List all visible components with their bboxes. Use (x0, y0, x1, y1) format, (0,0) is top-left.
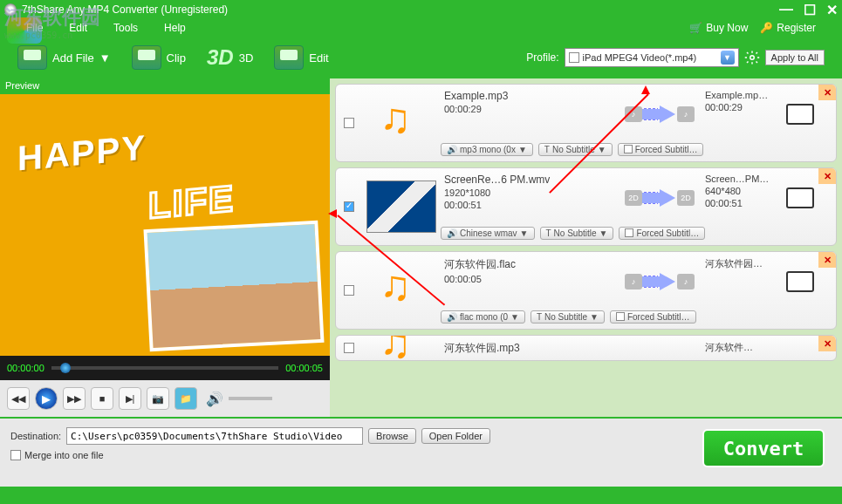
merge-checkbox[interactable] (10, 450, 21, 460)
play-button[interactable]: ▶ (35, 387, 58, 410)
file-row[interactable]: Example.mp3 00:00:29 ♪ ♪ Example.mp… 00:… (335, 84, 837, 162)
convert-button[interactable]: Convert (702, 429, 825, 467)
output-name: 河东软件… (705, 341, 780, 354)
output-duration: 00:00:29 (705, 102, 780, 112)
file-list: Example.mp3 00:00:29 ♪ ♪ Example.mp… 00:… (330, 78, 842, 417)
menu-tools[interactable]: Tools (113, 22, 138, 34)
device-icon (786, 104, 814, 125)
file-name: ScreenRe…6 PM.wmv (444, 174, 613, 186)
audio-track-dropdown[interactable]: 🔊flac mono (0▼ (441, 310, 525, 324)
video-thumb (366, 180, 436, 233)
settings-icon[interactable] (744, 50, 760, 65)
file-row[interactable]: 河东软件园.flac 00:00:05 ♪ ♪ 河东软件园… ✕ 🔊flac m… (335, 251, 837, 330)
file-duration: 00:00:05 (444, 274, 613, 284)
time-current: 00:00:00 (7, 363, 44, 373)
close-button[interactable]: ✕ (826, 2, 838, 18)
app-icon (4, 3, 17, 16)
profile-label: Profile: (526, 51, 558, 64)
add-file-button[interactable]: Add File ▼ (17, 45, 111, 70)
file-row[interactable]: 河东软件园.mp3 河东软件… ✕ (335, 335, 837, 361)
device-icon (786, 271, 814, 292)
file-row[interactable]: ScreenRe…6 PM.wmv 1920*1080 00:00:51 2D … (335, 167, 837, 246)
film-edit-icon (274, 45, 304, 70)
prev-button[interactable]: ◀◀ (7, 387, 30, 410)
profile-thumb-icon (569, 52, 579, 63)
file-name: Example.mp3 (444, 90, 613, 102)
remove-file-button[interactable]: ✕ (818, 168, 836, 184)
minimize-button[interactable]: — (779, 2, 793, 18)
snapshot-button[interactable]: 📷 (147, 387, 169, 410)
convert-arrow-icon (660, 106, 675, 123)
forced-subtitle-checkbox[interactable]: Forced Subtitl… (618, 143, 704, 156)
forced-subtitle-checkbox[interactable]: Forced Subtitl… (619, 227, 705, 240)
destination-label: Destination: (10, 431, 61, 441)
output-name: Screen…PM… (705, 174, 780, 184)
menu-help[interactable]: Help (164, 22, 186, 34)
volume-slider[interactable] (229, 397, 272, 400)
key-icon: 🔑 (760, 22, 773, 34)
file-checkbox[interactable] (344, 201, 354, 212)
audio-thumb-icon (380, 269, 423, 312)
next-button[interactable]: ▶▶ (63, 387, 86, 410)
file-checkbox[interactable] (344, 343, 354, 353)
remove-file-button[interactable]: ✕ (818, 85, 836, 100)
volume-icon[interactable]: 🔊 (206, 391, 223, 407)
audio-track-dropdown[interactable]: 🔊mp3 mono (0x▼ (441, 143, 533, 156)
seek-slider[interactable] (51, 366, 278, 370)
convert-arrow-icon (660, 189, 675, 207)
open-folder-button[interactable]: Open Folder (421, 428, 490, 444)
output-resolution: 640*480 (705, 186, 780, 196)
apply-to-all-button[interactable]: Apply to All (765, 50, 825, 65)
remove-file-button[interactable]: ✕ (818, 252, 836, 268)
maximize-button[interactable]: ☐ (804, 2, 816, 18)
open-snapshot-folder-button[interactable]: 📁 (175, 387, 197, 410)
chevron-down-icon: ▼ (721, 51, 735, 65)
preview-inset-image (143, 221, 324, 351)
file-duration: 00:00:51 (444, 200, 613, 210)
register-link[interactable]: 🔑 Register (760, 22, 816, 34)
merge-label: Merge into one file (24, 450, 104, 460)
subtitle-dropdown[interactable]: TNo Subtitle▼ (531, 310, 605, 324)
file-name: 河东软件园.flac (444, 257, 613, 272)
clip-button[interactable]: Clip (132, 45, 186, 70)
file-checkbox[interactable] (344, 118, 354, 128)
subtitle-dropdown[interactable]: TNo Subtitle▼ (540, 227, 614, 240)
film-clip-icon (132, 45, 161, 70)
edit-button[interactable]: Edit (274, 45, 328, 70)
profile-dropdown[interactable]: iPad MPEG4 Video(*.mp4) ▼ (565, 48, 739, 67)
file-duration: 00:00:29 (444, 104, 613, 114)
file-checkbox[interactable] (344, 285, 354, 296)
audio-thumb-icon (380, 101, 423, 145)
output-name: Example.mp… (705, 90, 780, 100)
file-name: 河东软件园.mp3 (444, 341, 613, 356)
cart-icon: 🛒 (689, 22, 702, 34)
audio-thumb-icon (380, 335, 423, 361)
preview-label: Preview (0, 78, 330, 94)
film-add-icon (17, 45, 47, 70)
output-duration: 00:00:51 (705, 198, 780, 208)
3d-button[interactable]: 3D 3D (207, 45, 253, 70)
svg-point-0 (750, 56, 754, 60)
audio-track-dropdown[interactable]: 🔊Chinese wmav▼ (441, 227, 535, 240)
preview-video[interactable]: HAPPY LIFE (0, 94, 330, 356)
remove-file-button[interactable]: ✕ (818, 336, 836, 351)
device-icon (786, 187, 814, 208)
browse-button[interactable]: Browse (368, 428, 416, 444)
menu-file[interactable]: File (26, 22, 43, 34)
buy-now-link[interactable]: 🛒 Buy Now (689, 22, 748, 34)
time-total: 00:00:05 (285, 363, 323, 373)
forced-subtitle-checkbox[interactable]: Forced Subtitl… (610, 310, 696, 324)
step-button[interactable]: ▶| (119, 387, 141, 410)
output-name: 河东软件园… (705, 257, 780, 270)
file-resolution: 1920*1080 (444, 187, 613, 198)
window-title: 7thShare Any MP4 Converter (Unregistered… (22, 3, 228, 16)
destination-input[interactable] (66, 427, 363, 445)
convert-arrow-icon (660, 273, 675, 290)
stop-button[interactable]: ■ (91, 387, 113, 410)
subtitle-dropdown[interactable]: TNo Subtitle▼ (538, 143, 613, 156)
menu-edit[interactable]: Edit (69, 22, 87, 34)
